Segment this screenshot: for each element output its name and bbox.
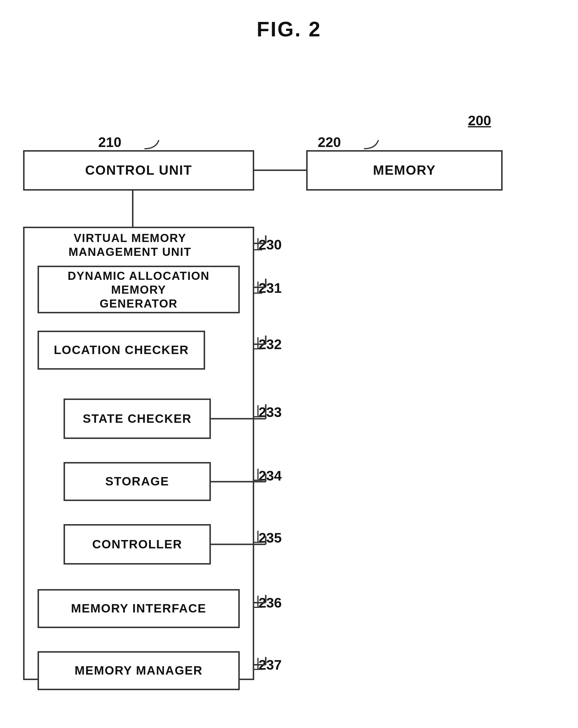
controller-box: CONTROLLER (64, 524, 211, 565)
vmmu-label-container: VIRTUAL MEMORY MANAGEMENT UNIT (29, 231, 231, 259)
state-checker-box: STATE CHECKER (64, 398, 211, 439)
connector-cu-down (132, 190, 133, 228)
ref-210: 210 (98, 134, 121, 150)
controller-label: CONTROLLER (92, 537, 182, 551)
storage-box: STORAGE (64, 462, 211, 501)
tick-232 (254, 337, 262, 350)
connector-cu-mem (254, 170, 306, 171)
bracket-210 (142, 134, 165, 152)
tick-235 (254, 531, 262, 544)
tick-234 (254, 469, 262, 482)
memory-interface-box: MEMORY INTERFACE (37, 589, 240, 628)
bracket-220 (361, 134, 384, 152)
memory-manager-label: MEMORY MANAGER (75, 663, 202, 678)
page: FIG. 2 200 210 220 CONTROL UNIT MEMORY V… (0, 0, 578, 728)
ref-220: 220 (318, 134, 341, 150)
ref-200: 200 (468, 113, 491, 129)
vmmu-label: VIRTUAL MEMORY MANAGEMENT UNIT (29, 231, 231, 259)
memory-interface-label: MEMORY INTERFACE (71, 601, 206, 616)
state-checker-label: STATE CHECKER (83, 412, 192, 426)
memory-manager-box: MEMORY MANAGER (37, 651, 240, 690)
location-checker-box: LOCATION CHECKER (37, 331, 205, 370)
dam-gen-box: DYNAMIC ALLOCATION MEMORY GENERATOR (37, 266, 240, 313)
memory-box: MEMORY (306, 150, 503, 190)
tick-231 (254, 282, 262, 294)
figure-title: FIG. 2 (256, 17, 321, 41)
dam-gen-label: DYNAMIC ALLOCATION MEMORY GENERATOR (39, 269, 238, 310)
control-unit-box: CONTROL UNIT (23, 150, 254, 190)
tick-236 (254, 596, 262, 609)
location-checker-label: LOCATION CHECKER (54, 343, 189, 357)
memory-label: MEMORY (373, 162, 435, 178)
storage-label: STORAGE (105, 474, 169, 489)
tick-233 (254, 405, 262, 418)
tick-237 (254, 658, 262, 671)
tick-230 (254, 238, 262, 251)
control-unit-label: CONTROL UNIT (85, 162, 192, 178)
